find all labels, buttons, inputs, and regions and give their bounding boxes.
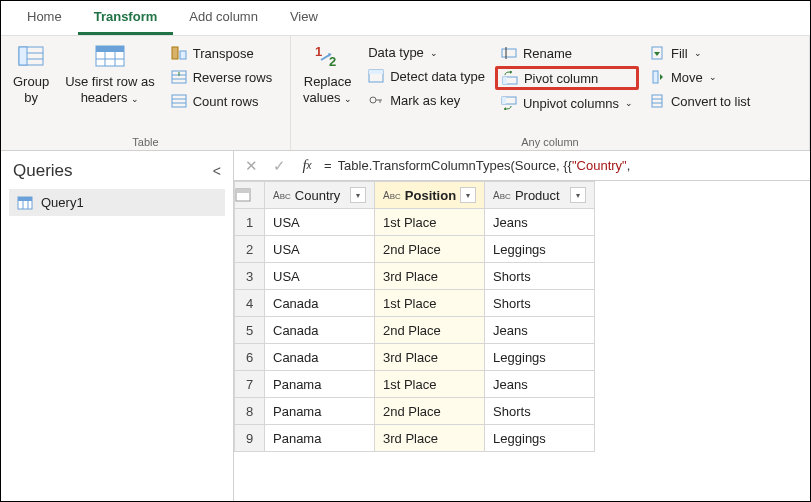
cell-country[interactable]: Canada xyxy=(265,317,375,344)
formula-text[interactable]: Table.TransformColumnTypes(Source, {{"Co… xyxy=(338,158,631,173)
count-rows-button[interactable]: Count rows xyxy=(165,90,278,112)
filter-button[interactable]: ▾ xyxy=(570,187,586,203)
transpose-button[interactable]: Transpose xyxy=(165,42,278,64)
cell-position[interactable]: 2nd Place xyxy=(375,236,485,263)
reverse-icon xyxy=(171,69,187,85)
cell-product[interactable]: Jeans xyxy=(485,317,595,344)
move-button[interactable]: Move ⌄ xyxy=(643,66,756,88)
cell-product[interactable]: Shorts xyxy=(485,398,595,425)
cell-product[interactable]: Shorts xyxy=(485,290,595,317)
cell-position[interactable]: 1st Place xyxy=(375,290,485,317)
cell-position[interactable]: 3rd Place xyxy=(375,425,485,452)
tab-addcolumn[interactable]: Add column xyxy=(173,1,274,35)
cell-position[interactable]: 2nd Place xyxy=(375,317,485,344)
transpose-label: Transpose xyxy=(193,46,254,61)
convert-to-list-button[interactable]: Convert to list xyxy=(643,90,756,112)
pivot-column-button[interactable]: Pivot column xyxy=(495,66,639,90)
reverse-rows-button[interactable]: Reverse rows xyxy=(165,66,278,88)
svg-rect-10 xyxy=(180,51,186,59)
cell-position[interactable]: 1st Place xyxy=(375,209,485,236)
cell-product[interactable]: Leggings xyxy=(485,344,595,371)
fx-button[interactable]: fx xyxy=(296,155,318,177)
svg-rect-14 xyxy=(172,95,186,107)
column-header-position[interactable]: ABCPosition▾ xyxy=(375,182,485,209)
cell-country[interactable]: Panama xyxy=(265,398,375,425)
table-row[interactable]: 9Panama3rd PlaceLeggings xyxy=(235,425,595,452)
rename-button[interactable]: Rename xyxy=(495,42,639,64)
cell-country[interactable]: Canada xyxy=(265,290,375,317)
cancel-formula-button[interactable]: ✕ xyxy=(240,155,262,177)
row-number[interactable]: 5 xyxy=(235,317,265,344)
cell-country[interactable]: USA xyxy=(265,236,375,263)
chevron-down-icon: ⌄ xyxy=(625,98,633,108)
row-number[interactable]: 1 xyxy=(235,209,265,236)
chevron-down-icon: ⌄ xyxy=(344,94,352,104)
table-row[interactable]: 1USA1st PlaceJeans xyxy=(235,209,595,236)
column-header-country[interactable]: ABCCountry▾ xyxy=(265,182,375,209)
cell-country[interactable]: USA xyxy=(265,263,375,290)
filter-button[interactable]: ▾ xyxy=(460,187,476,203)
fill-button[interactable]: Fill ⌄ xyxy=(643,42,756,64)
svg-marker-34 xyxy=(654,52,660,56)
row-number[interactable]: 6 xyxy=(235,344,265,371)
markkey-label: Mark as key xyxy=(390,93,460,108)
chevron-down-icon: ⌄ xyxy=(709,72,717,82)
query-item[interactable]: Query1 xyxy=(9,189,225,216)
row-number[interactable]: 3 xyxy=(235,263,265,290)
unpivot-columns-button[interactable]: Unpivot columns ⌄ xyxy=(495,92,639,114)
cell-position[interactable]: 1st Place xyxy=(375,371,485,398)
detect-data-type-button[interactable]: Detect data type xyxy=(362,65,491,87)
table-icon xyxy=(17,196,33,210)
first-row-label: Use first row as headers ⌄ xyxy=(65,74,155,105)
row-number[interactable]: 2 xyxy=(235,236,265,263)
cell-country[interactable]: USA xyxy=(265,209,375,236)
group-by-button[interactable]: Group by xyxy=(7,40,55,107)
tab-view[interactable]: View xyxy=(274,1,334,35)
rename-icon xyxy=(501,45,517,61)
column-name: Position xyxy=(405,188,456,203)
cell-product[interactable]: Jeans xyxy=(485,371,595,398)
row-number[interactable]: 4 xyxy=(235,290,265,317)
table-row[interactable]: 3USA3rd PlaceShorts xyxy=(235,263,595,290)
accept-formula-button[interactable]: ✓ xyxy=(268,155,290,177)
column-name: Product xyxy=(515,188,560,203)
cell-country[interactable]: Canada xyxy=(265,344,375,371)
cell-country[interactable]: Panama xyxy=(265,425,375,452)
row-number[interactable]: 9 xyxy=(235,425,265,452)
table-row[interactable]: 7Panama1st PlaceJeans xyxy=(235,371,595,398)
select-all-corner[interactable] xyxy=(235,182,265,209)
transpose-icon xyxy=(171,45,187,61)
table-row[interactable]: 5Canada2nd PlaceJeans xyxy=(235,317,595,344)
table-row[interactable]: 4Canada1st PlaceShorts xyxy=(235,290,595,317)
list-icon xyxy=(649,93,665,109)
cell-product[interactable]: Jeans xyxy=(485,209,595,236)
table-row[interactable]: 2USA2nd PlaceLeggings xyxy=(235,236,595,263)
row-number[interactable]: 7 xyxy=(235,371,265,398)
unpivot-label: Unpivot columns xyxy=(523,96,619,111)
tab-transform[interactable]: Transform xyxy=(78,1,174,35)
type-text-icon: ABC xyxy=(493,190,511,201)
data-type-button[interactable]: Data type ⌄ xyxy=(362,42,491,63)
svg-rect-5 xyxy=(96,46,124,52)
cell-position[interactable]: 3rd Place xyxy=(375,344,485,371)
tab-home[interactable]: Home xyxy=(11,1,78,35)
cell-product[interactable]: Leggings xyxy=(485,425,595,452)
mark-as-key-button[interactable]: Mark as key xyxy=(362,89,491,111)
move-label: Move xyxy=(671,70,703,85)
table-row[interactable]: 6Canada3rd PlaceLeggings xyxy=(235,344,595,371)
main-area: Queries < Query1 ✕ ✓ fx = Table.Transfor… xyxy=(1,151,810,502)
cell-position[interactable]: 3rd Place xyxy=(375,263,485,290)
first-row-headers-button[interactable]: Use first row as headers ⌄ xyxy=(59,40,161,107)
row-number[interactable]: 8 xyxy=(235,398,265,425)
collapse-pane-button[interactable]: < xyxy=(213,163,221,179)
column-header-product[interactable]: ABCProduct▾ xyxy=(485,182,595,209)
replace-values-button[interactable]: 12 Replace values ⌄ xyxy=(297,40,358,107)
replace-label: Replace values ⌄ xyxy=(303,74,352,105)
cell-product[interactable]: Leggings xyxy=(485,236,595,263)
table-row[interactable]: 8Panama2nd PlaceShorts xyxy=(235,398,595,425)
cell-product[interactable]: Shorts xyxy=(485,263,595,290)
cell-position[interactable]: 2nd Place xyxy=(375,398,485,425)
cell-country[interactable]: Panama xyxy=(265,371,375,398)
ribbon-group-table: Group by Use first row as headers ⌄ Tran… xyxy=(1,36,291,150)
filter-button[interactable]: ▾ xyxy=(350,187,366,203)
